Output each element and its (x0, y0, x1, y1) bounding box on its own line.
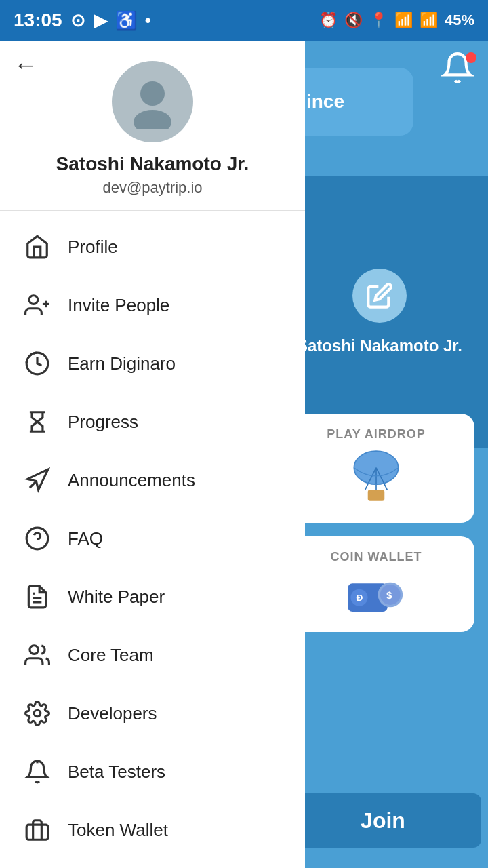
svg-point-20 (30, 646, 39, 654)
background-cards: PLAY AIRDROP COIN WALLET Đ $ (278, 414, 474, 646)
sidebar-item-faq[interactable]: FAQ (0, 509, 305, 568)
megaphone-icon (20, 463, 54, 497)
status-bar: 13:05 ⊙ ▶ ♿ • ⏰ 🔇 📍 📶 📶 45% (0, 0, 488, 41)
coin-wallet-card-title: COIN WALLET (331, 550, 422, 564)
sidebar-item-earn-diginaro[interactable]: Earn Diginaro (0, 334, 305, 393)
hourglass-icon (20, 405, 54, 439)
token-wallet-label: Token Wallet (68, 820, 168, 841)
earn-diginaro-label: Earn Diginaro (68, 353, 176, 374)
progress-label: Progress (68, 412, 138, 433)
notification-icon: ⊙ (70, 10, 85, 31)
menu-list: Profile Invite People Earn Diginaro Prog… (0, 211, 305, 868)
avatar (112, 61, 193, 142)
alarm-icon: ⏰ (319, 12, 338, 29)
white-paper-label: White Paper (68, 587, 165, 608)
status-time: 13:05 (14, 9, 62, 31)
sidebar-item-profile[interactable]: Profile (0, 218, 305, 276)
user-email: dev@paytrip.io (102, 179, 202, 197)
notification-dot (466, 52, 476, 63)
signal-icon: 📶 (420, 12, 438, 29)
drawer-header: Satoshi Nakamoto Jr. dev@paytrip.io (0, 41, 305, 211)
sidebar-item-developers[interactable]: Developers (0, 684, 305, 743)
user-name: Satoshi Nakamoto Jr. (56, 153, 249, 175)
wave-user-name: Satoshi Nakamoto Jr. (297, 336, 462, 355)
svg-text:$: $ (386, 589, 392, 601)
join-label: Join (361, 808, 405, 833)
sidebar-item-announcements[interactable]: Announcements (0, 451, 305, 509)
svg-point-11 (29, 296, 38, 304)
svg-rect-23 (26, 825, 48, 840)
bell-settings-icon (20, 755, 54, 789)
sidebar-item-token-wallet[interactable]: Token Wallet (0, 801, 305, 859)
wifi-icon: 📶 (394, 12, 413, 29)
side-drawer: Satoshi Nakamoto Jr. dev@paytrip.io Prof… (0, 41, 305, 868)
users-icon (20, 638, 54, 672)
invite-people-label: Invite People (68, 295, 169, 316)
clock-icon (20, 347, 54, 380)
svg-point-9 (140, 81, 165, 106)
announcements-label: Announcements (68, 470, 195, 491)
bell-icon-container[interactable] (441, 51, 478, 88)
airdrop-card-title: PLAY AIRDROP (327, 427, 425, 441)
accessibility-icon: ♿ (115, 10, 137, 31)
coin-wallet-card: COIN WALLET Đ $ (278, 536, 474, 632)
beta-testers-label: Beta Testers (68, 762, 165, 783)
faq-label: FAQ (68, 528, 103, 549)
sidebar-item-invite-people[interactable]: Invite People (0, 276, 305, 334)
help-circle-icon (20, 521, 54, 555)
back-button[interactable]: ← (14, 51, 38, 79)
balance-label: ince (306, 91, 344, 113)
wave-edit-icon (352, 269, 407, 323)
youtube-icon: ▶ (94, 10, 107, 31)
home-icon (20, 230, 54, 264)
profile-label: Profile (68, 237, 118, 258)
sidebar-item-coin-wallet[interactable]: Coin Wallet (0, 859, 305, 868)
sidebar-item-progress[interactable]: Progress (0, 393, 305, 451)
developers-label: Developers (68, 703, 157, 724)
briefcase-icon (20, 813, 54, 847)
sidebar-item-beta-testers[interactable]: Beta Testers (0, 743, 305, 801)
svg-point-10 (134, 110, 171, 129)
svg-line-15 (30, 481, 36, 488)
sidebar-item-white-paper[interactable]: White Paper (0, 568, 305, 626)
airdrop-card: PLAY AIRDROP (278, 414, 474, 523)
user-plus-icon (20, 288, 54, 322)
mute-icon: 🔇 (344, 12, 363, 29)
core-team-label: Core Team (68, 645, 154, 666)
sidebar-item-core-team[interactable]: Core Team (0, 626, 305, 684)
svg-text:Đ: Đ (357, 593, 363, 603)
settings-icon (20, 696, 54, 730)
svg-point-21 (34, 710, 41, 717)
file-text-icon (20, 580, 54, 614)
battery-label: 45% (445, 12, 474, 29)
svg-rect-1 (368, 490, 385, 500)
back-icon: ← (14, 51, 38, 79)
location-icon: 📍 (369, 12, 388, 29)
dot-icon: • (145, 10, 151, 31)
join-button-bg[interactable]: Join (285, 793, 481, 848)
